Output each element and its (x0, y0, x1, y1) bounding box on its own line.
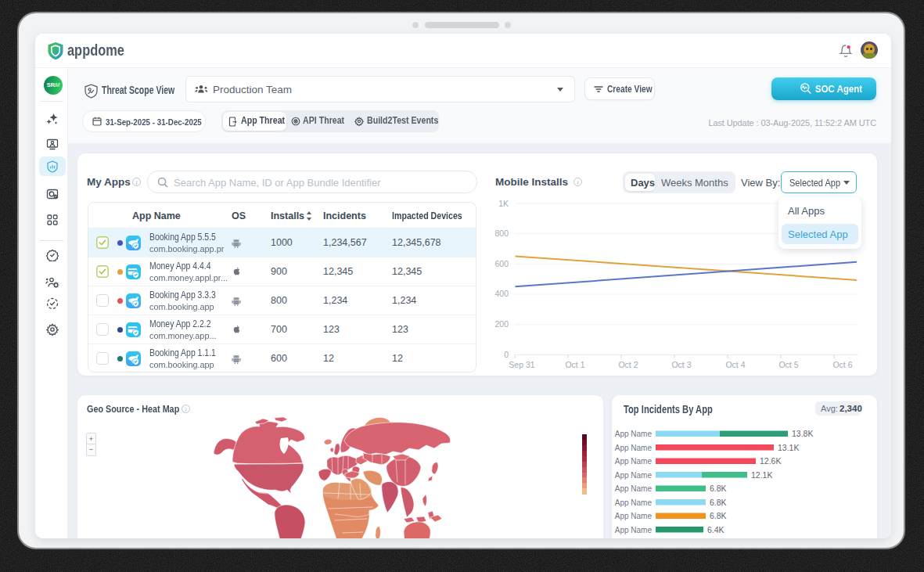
svg-text:0: 0 (504, 350, 509, 359)
svg-text:Oct 3: Oct 3 (671, 360, 691, 369)
svg-text:6.8K: 6.8K (710, 484, 727, 493)
svg-text:13.1K: 13.1K (778, 443, 799, 452)
svg-text:App Name: App Name (615, 484, 653, 493)
svg-text:400: 400 (494, 289, 509, 298)
svg-text:Sep 31: Sep 31 (509, 360, 534, 369)
svg-text:6.8K: 6.8K (710, 511, 727, 520)
svg-text:Oct 1: Oct 1 (565, 360, 584, 369)
svg-text:1K: 1K (498, 199, 509, 208)
svg-text:13.8K: 13.8K (792, 429, 813, 438)
svg-text:12.6K: 12.6K (760, 456, 781, 466)
svg-text:App Name: App Name (615, 526, 653, 534)
svg-text:App Name: App Name (615, 471, 653, 480)
svg-text:12.1K: 12.1K (751, 470, 772, 480)
svg-text:6.4K: 6.4K (707, 525, 724, 534)
svg-text:Oct 5: Oct 5 (778, 360, 798, 369)
svg-text:600: 600 (494, 259, 509, 268)
svg-text:App Name: App Name (615, 444, 653, 452)
svg-text:Oct 4: Oct 4 (725, 360, 745, 369)
svg-text:800: 800 (494, 228, 509, 238)
svg-text:App Name: App Name (615, 512, 653, 520)
svg-text:App Name: App Name (615, 457, 653, 466)
svg-text:Oct 2: Oct 2 (618, 360, 638, 369)
svg-text:6.8K: 6.8K (710, 498, 727, 507)
svg-text:200: 200 (494, 319, 509, 329)
svg-text:App Name: App Name (615, 430, 653, 438)
svg-text:App Name: App Name (615, 498, 653, 507)
svg-text:Oct 6: Oct 6 (832, 360, 852, 369)
